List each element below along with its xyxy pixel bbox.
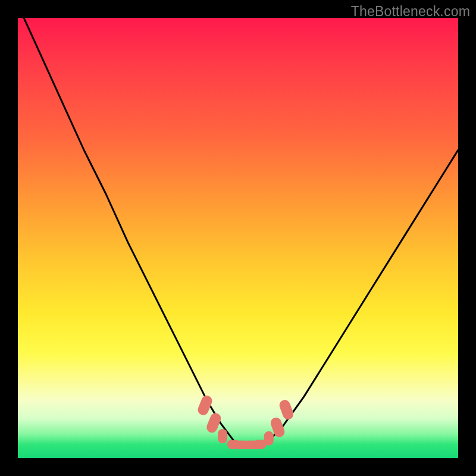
- valley-marker: [218, 429, 227, 443]
- valley-marker: [196, 394, 214, 416]
- watermark-text: TheBottleneck.com: [351, 4, 470, 20]
- valley-marker: [264, 431, 274, 446]
- bottleneck-curve-path: [18, 18, 458, 445]
- valley-markers-group: [196, 394, 295, 449]
- valley-marker: [278, 399, 295, 421]
- plot-area: [18, 18, 458, 458]
- chart-frame: TheBottleneck.com: [0, 0, 476, 476]
- curve-svg: [18, 18, 458, 458]
